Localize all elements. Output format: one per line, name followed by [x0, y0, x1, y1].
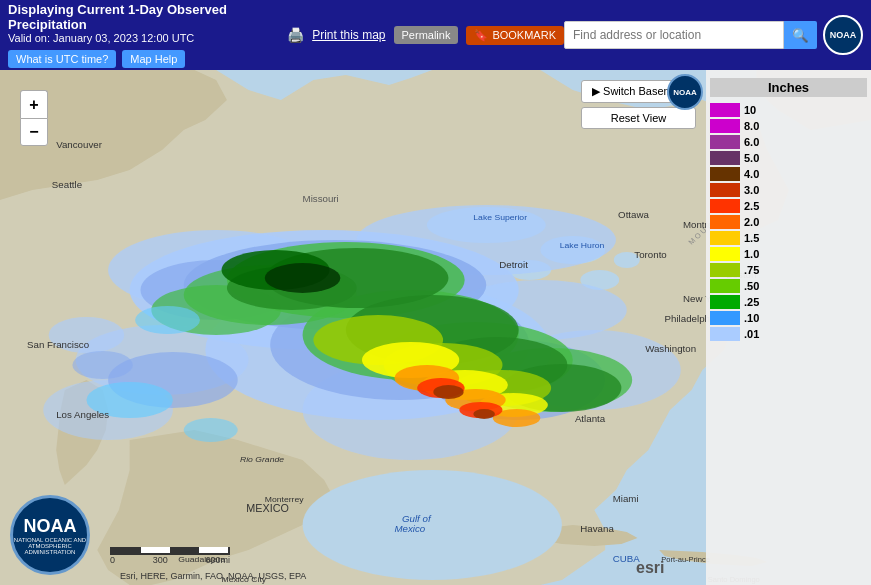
legend-row: .25 [710, 295, 867, 309]
svg-point-43 [433, 385, 463, 399]
scale-segment [112, 547, 141, 553]
svg-text:Monterrey: Monterrey [265, 494, 305, 504]
legend-row: 1.5 [710, 231, 867, 245]
legend-value-label: 8.0 [744, 120, 759, 132]
print-label[interactable]: Print this map [312, 28, 385, 42]
legend-row: .75 [710, 263, 867, 277]
search-button[interactable]: 🔍 [784, 21, 817, 49]
legend-value-label: .01 [744, 328, 759, 340]
legend-row: 1.0 [710, 247, 867, 261]
legend-row: 6.0 [710, 135, 867, 149]
svg-text:Mexico: Mexico [394, 524, 425, 534]
legend-color-swatch [710, 311, 740, 325]
svg-text:San Francisco: San Francisco [27, 340, 89, 350]
legend-value-label: .10 [744, 312, 759, 324]
legend-value-label: 3.0 [744, 184, 759, 196]
legend-row: 3.0 [710, 183, 867, 197]
header-title: Displaying Current 1-Day Observed Precip… [8, 2, 287, 32]
bookmark-icon: 🔖 [474, 29, 488, 42]
svg-text:Lake Huron: Lake Huron [560, 240, 605, 250]
svg-point-48 [135, 306, 200, 334]
header-valid: Valid on: January 03, 2023 12:00 UTC [8, 32, 287, 44]
noaa-logo-header: NOAA [823, 15, 863, 55]
legend-title: Inches [710, 78, 867, 97]
legend-value-label: 4.0 [744, 168, 759, 180]
legend-color-swatch [710, 199, 740, 213]
noaa-small-logo: NOAA [667, 74, 703, 110]
scale-label-600: 600mi [205, 555, 230, 565]
permalink-button[interactable]: Permalink [394, 26, 459, 44]
legend-color-swatch [710, 279, 740, 293]
legend-value-label: 6.0 [744, 136, 759, 148]
scale-bar: 0 300 600mi [110, 547, 230, 565]
svg-text:Missouri: Missouri [303, 194, 339, 204]
svg-text:Toronto: Toronto [634, 250, 666, 260]
legend-value-label: 5.0 [744, 152, 759, 164]
svg-point-49 [184, 418, 238, 442]
svg-text:Havana: Havana [580, 524, 614, 534]
legend-value-label: 1.5 [744, 232, 759, 244]
esri-logo: esri [636, 555, 696, 581]
svg-text:Vancouver: Vancouver [56, 140, 102, 150]
svg-point-6 [303, 470, 562, 580]
legend-row: 2.5 [710, 199, 867, 213]
zoom-controls: + − [20, 90, 48, 146]
legend-color-swatch [710, 247, 740, 261]
svg-text:Los Angeles: Los Angeles [56, 410, 109, 420]
search-input[interactable] [564, 21, 784, 49]
legend-value-label: .75 [744, 264, 759, 276]
legend-row: .10 [710, 311, 867, 325]
scale-line [110, 547, 230, 555]
svg-text:Seattle: Seattle [52, 180, 82, 190]
legend-color-swatch [710, 183, 740, 197]
svg-point-51 [72, 351, 133, 379]
legend-items: 108.06.05.04.03.02.52.01.51.0.75.50.25.1… [710, 103, 867, 341]
svg-text:Detroit: Detroit [499, 260, 528, 270]
scale-segment [170, 547, 199, 553]
search-container: 🔍 [564, 21, 817, 49]
legend-row: 4.0 [710, 167, 867, 181]
scale-segment [141, 547, 170, 553]
scale-segment [199, 547, 228, 553]
zoom-out-button[interactable]: − [20, 118, 48, 146]
utc-button[interactable]: What is UTC time? [8, 50, 116, 68]
attribution: Esri, HERE, Garmin, FAO, NOAA, USGS, EPA [120, 571, 306, 581]
legend-value-label: 2.0 [744, 216, 759, 228]
legend-value-label: 2.5 [744, 200, 759, 212]
header-left: Displaying Current 1-Day Observed Precip… [8, 2, 287, 68]
legend-color-swatch [710, 327, 740, 341]
header-right: 🔍 NOAA [564, 15, 863, 55]
svg-text:Washington: Washington [645, 344, 696, 354]
noaa-text: NOAA [24, 516, 77, 537]
reset-view-button[interactable]: Reset View [581, 107, 696, 129]
header-center: 🖨️ Print this map Permalink 🔖 BOOKMARK [287, 26, 564, 45]
noaa-subtext: NATIONAL OCEANIC AND ATMOSPHERIC ADMINIS… [13, 537, 87, 555]
legend-row: 2.0 [710, 215, 867, 229]
svg-point-46 [265, 263, 341, 293]
bookmark-button[interactable]: 🔖 BOOKMARK [466, 26, 564, 45]
svg-text:MEXICO: MEXICO [246, 503, 289, 514]
legend: NOAA Inches 108.06.05.04.03.02.52.01.51.… [706, 70, 871, 585]
legend-row: .50 [710, 279, 867, 293]
scale-labels: 0 300 600mi [110, 555, 230, 565]
legend-color-swatch [710, 151, 740, 165]
noaa-logo-bottom: NOAA NATIONAL OCEANIC AND ATMOSPHERIC AD… [10, 495, 90, 575]
legend-color-swatch [710, 119, 740, 133]
legend-row: 5.0 [710, 151, 867, 165]
svg-text:Atlanta: Atlanta [575, 414, 606, 424]
legend-value-label: 1.0 [744, 248, 759, 260]
legend-color-swatch [710, 167, 740, 181]
legend-value-label: .50 [744, 280, 759, 292]
scale-label-0: 0 [110, 555, 115, 565]
scale-label-300: 300 [153, 555, 168, 565]
printer-icon: 🖨️ [287, 27, 304, 43]
legend-row: .01 [710, 327, 867, 341]
legend-color-swatch [710, 103, 740, 117]
legend-row: 8.0 [710, 119, 867, 133]
map-help-button[interactable]: Map Help [122, 50, 185, 68]
svg-text:esri: esri [636, 559, 664, 576]
legend-color-swatch [710, 135, 740, 149]
legend-color-swatch [710, 263, 740, 277]
svg-text:Ottawa: Ottawa [618, 210, 650, 220]
zoom-in-button[interactable]: + [20, 90, 48, 118]
